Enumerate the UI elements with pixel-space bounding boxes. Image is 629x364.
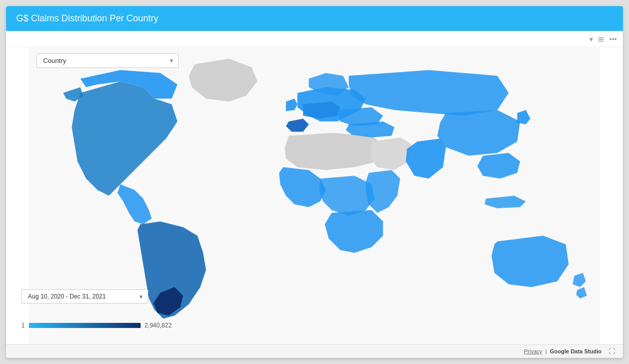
country-filter-dropdown[interactable]: Country: [37, 53, 179, 68]
brand-name: Google Data Studio: [550, 348, 602, 354]
fullscreen-icon[interactable]: ⛶: [609, 348, 615, 355]
legend-gradient-bar: [29, 323, 141, 328]
date-filter-dropdown[interactable]: Aug 10, 2020 - Dec 31, 2021: [21, 289, 148, 304]
privacy-link[interactable]: Privacy: [524, 348, 542, 354]
chart-header: G$ Claims Distribution Per Country: [6, 6, 623, 31]
filter-icon[interactable]: ▾: [589, 35, 593, 43]
main-card: G$ Claims Distribution Per Country ▾ ⊞ •…: [6, 6, 623, 358]
country-filter-label: Country: [43, 57, 67, 64]
more-icon[interactable]: •••: [609, 35, 617, 43]
map-area: Country: [6, 47, 623, 344]
footer-divider: |: [545, 348, 547, 354]
legend: 1 2,940,822: [21, 322, 172, 329]
footer: Privacy | Google Data Studio ⛶: [6, 344, 623, 358]
legend-min: 1: [21, 322, 25, 329]
legend-max: 2,940,822: [145, 322, 172, 329]
date-filter-label: Aug 10, 2020 - Dec 31, 2021: [28, 293, 106, 300]
chart-title: G$ Claims Distribution Per Country: [16, 13, 158, 23]
grid-icon[interactable]: ⊞: [598, 35, 604, 43]
toolbar: ▾ ⊞ •••: [6, 31, 623, 47]
